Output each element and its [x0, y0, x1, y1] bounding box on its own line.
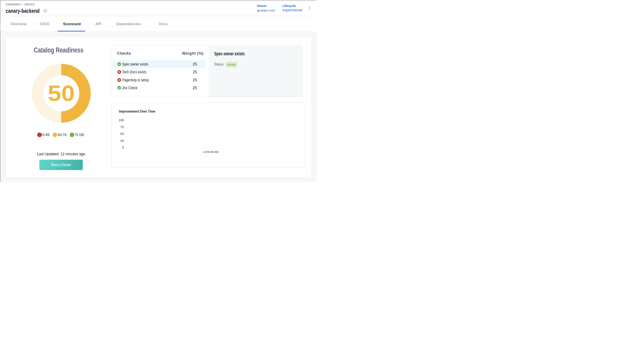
svg-text:50: 50	[48, 81, 75, 106]
